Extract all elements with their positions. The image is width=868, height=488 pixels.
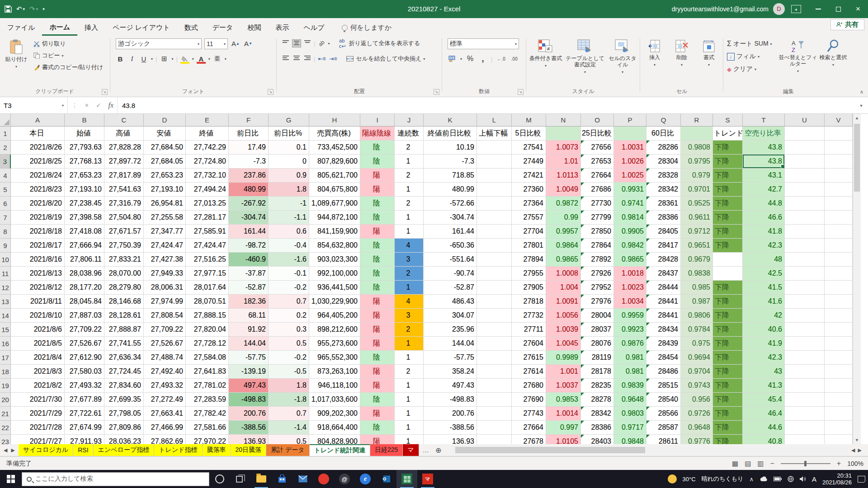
cell-G22[interactable]: -1.4 (269, 421, 309, 435)
cell-E18[interactable]: 27,641.83 (186, 365, 229, 379)
cell-T18[interactable]: 43 (743, 365, 785, 379)
cell-R23[interactable]: 0.9776 (681, 435, 713, 444)
cell-P12[interactable]: 1.0023 (614, 281, 646, 295)
cell-V17[interactable] (825, 351, 853, 365)
cell-A22[interactable]: 2021/7/28 (11, 421, 65, 435)
clear-button[interactable]: ◆ クリア ▾ (727, 64, 772, 75)
cell-I20[interactable]: 陰 (360, 393, 395, 407)
cell-B7[interactable]: 27,398.58 (65, 211, 104, 225)
cell-D3[interactable]: 27,684.05 (144, 155, 186, 169)
autosum-button[interactable]: Σ オート SUM ▾ (727, 38, 772, 49)
cell-R20[interactable]: 0.956 (681, 393, 713, 407)
cell-A3[interactable]: 2021/8/25 (11, 155, 65, 169)
cell-S18[interactable]: 下降 (713, 365, 743, 379)
tab-数式[interactable]: 数式 (177, 19, 205, 36)
row-header-18[interactable]: 18 (0, 365, 11, 379)
page-layout-view-icon[interactable]: ▤ (745, 460, 751, 468)
cell-S10[interactable] (713, 253, 743, 267)
cell-M2[interactable]: 27541 (512, 141, 546, 155)
cell-C2[interactable]: 27,828.28 (104, 141, 144, 155)
cell-M10[interactable]: 27894 (512, 253, 546, 267)
cell-R14[interactable]: 0.9806 (681, 309, 713, 323)
cell-L21[interactable] (477, 407, 512, 421)
cell-S15[interactable]: 下降 (713, 323, 743, 337)
cell-G5[interactable]: 1.8 (269, 183, 309, 197)
cell-B23[interactable]: 27,911.93 (65, 435, 104, 444)
cell-M21[interactable]: 27743 (512, 407, 546, 421)
cell-S2[interactable]: 下降 (713, 141, 743, 155)
cell-Q15[interactable]: 28434 (646, 323, 681, 337)
cell-Q12[interactable]: 28444 (646, 281, 681, 295)
normal-view-icon[interactable]: ▦ (732, 460, 738, 468)
cell-I5[interactable]: 陽 (360, 183, 395, 197)
cell-E22[interactable]: 27,581.66 (186, 421, 229, 435)
microsoft-store-icon[interactable] (272, 470, 292, 488)
cell-U23[interactable] (785, 435, 825, 444)
cell-R13[interactable]: 0.987 (681, 295, 713, 309)
cell-J14[interactable]: 3 (395, 309, 424, 323)
cell-D18[interactable]: 27,492.40 (144, 365, 186, 379)
cell-K11[interactable]: -90.74 (424, 267, 477, 281)
volume-icon[interactable] (800, 476, 806, 482)
cell-F6[interactable]: -267.92 (229, 197, 269, 211)
cell-T19[interactable]: 41.3 (743, 379, 785, 393)
cell-D19[interactable]: 27,493.32 (144, 379, 186, 393)
cell-A4[interactable]: 2021/8/24 (11, 169, 65, 183)
column-header-E[interactable]: E (186, 114, 229, 127)
cell-O5[interactable]: 27686 (581, 183, 614, 197)
column-header-L[interactable]: L (477, 114, 512, 127)
zoom-slider[interactable] (781, 463, 830, 464)
cell-A8[interactable]: 2021/8/18 (11, 225, 65, 239)
cell-G10[interactable]: -1.6 (269, 253, 309, 267)
cell-I2[interactable]: 陰 (360, 141, 395, 155)
cell-L18[interactable] (477, 365, 512, 379)
cell-P2[interactable]: 1.0031 (614, 141, 646, 155)
cell-R3[interactable]: 0.9795 (681, 155, 713, 169)
cell-T11[interactable]: 42.5 (743, 267, 785, 281)
cell-U20[interactable] (785, 393, 825, 407)
cell-O6[interactable]: 27730 (581, 197, 614, 211)
column-header-C[interactable]: C (104, 114, 144, 127)
cell-R12[interactable]: 0.985 (681, 281, 713, 295)
cell-L9[interactable] (477, 239, 512, 253)
cell-O16[interactable]: 28076 (581, 337, 614, 351)
cell-A7[interactable]: 2021/8/19 (11, 211, 65, 225)
cell-N22[interactable]: 0.997 (546, 421, 581, 435)
cell-E16[interactable]: 27,728.12 (186, 337, 229, 351)
cell-V7[interactable] (825, 211, 853, 225)
cell-U22[interactable] (785, 421, 825, 435)
cell-F8[interactable]: 161.44 (229, 225, 269, 239)
cell-H19[interactable]: 946,118,100 (309, 379, 360, 393)
cell-S17[interactable]: 下降 (713, 351, 743, 365)
cell-O4[interactable]: 27664 (581, 169, 614, 183)
cell-Q1[interactable]: 60日比 (646, 127, 681, 141)
cell-U13[interactable] (785, 295, 825, 309)
cell-K12[interactable]: -52.87 (424, 281, 477, 295)
cell-U18[interactable] (785, 365, 825, 379)
cell-N16[interactable]: 1.0045 (546, 337, 581, 351)
cell-M17[interactable]: 27615 (512, 351, 546, 365)
cell-P5[interactable]: 0.9931 (614, 183, 646, 197)
cell-E15[interactable]: 27,820.04 (186, 323, 229, 337)
column-header-D[interactable]: D (144, 114, 186, 127)
cell-G1[interactable]: 前日比% (269, 127, 309, 141)
formula-bar-expand-icon[interactable]: ▾ (854, 97, 868, 113)
cell-A1[interactable]: 本日 (11, 127, 65, 141)
cell-U14[interactable] (785, 309, 825, 323)
cell-D16[interactable]: 27,526.67 (144, 337, 186, 351)
cell-Q5[interactable]: 28342 (646, 183, 681, 197)
sheet-tab-サイコロジカル[interactable]: サイコロジカル (19, 444, 73, 456)
cell-G14[interactable]: 0.2 (269, 309, 309, 323)
row-header-10[interactable]: 10 (0, 253, 11, 267)
sheet-tab-マ[interactable]: マ (403, 444, 419, 456)
cell-Q22[interactable]: 28587 (646, 421, 681, 435)
cell-M11[interactable]: 27955 (512, 267, 546, 281)
close-button[interactable]: × (848, 0, 868, 18)
cell-L7[interactable] (477, 211, 512, 225)
cell-J9[interactable]: 4 (395, 239, 424, 253)
cell-P4[interactable]: 1.0025 (614, 169, 646, 183)
cell-L8[interactable] (477, 225, 512, 239)
enter-icon[interactable]: ✓ (96, 102, 101, 109)
cell-T3[interactable]: 43.8 (743, 155, 785, 169)
cell-R2[interactable]: 0.9808 (681, 141, 713, 155)
